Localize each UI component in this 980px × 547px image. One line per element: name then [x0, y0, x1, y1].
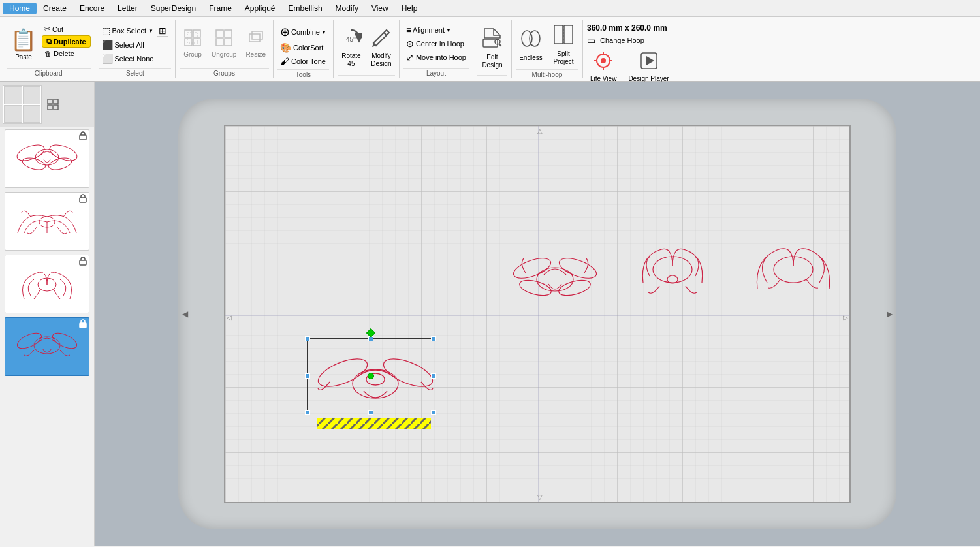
- modify-design-button[interactable]: ModifyDesign: [368, 25, 395, 70]
- menu-help[interactable]: Help: [395, 3, 424, 14]
- menu-embellish[interactable]: Embellish: [282, 3, 329, 14]
- colorsort-label: ColorSort: [293, 44, 323, 52]
- sel-handle-bl[interactable]: [305, 410, 310, 415]
- life-view-button[interactable]: Life View: [587, 48, 620, 85]
- svg-point-22: [601, 58, 606, 63]
- thumb-icon-1: [43, 85, 63, 124]
- svg-point-44: [15, 330, 44, 351]
- change-hoop-button[interactable]: Change Hoop: [597, 35, 647, 46]
- hoop-scroll-left[interactable]: ◀: [182, 309, 188, 319]
- cut-label: Cut: [52, 25, 63, 33]
- menu-superdesign[interactable]: SuperDesign: [144, 3, 202, 14]
- sel-handle-bm[interactable]: [368, 410, 373, 415]
- resize-button[interactable]: Resize: [242, 27, 269, 61]
- menu-view[interactable]: View: [365, 3, 395, 14]
- sel-handle-tr[interactable]: [431, 336, 436, 341]
- design-3-canvas: [748, 230, 839, 315]
- select-group-label: Select: [99, 68, 172, 77]
- ribbon-group-tools: ⊕ Combine ▼ 🎨 ColorSort 🖌 Color Tone Too…: [274, 20, 334, 78]
- menu-applique[interactable]: Appliqué: [238, 3, 282, 14]
- paste-label: Paste: [15, 54, 32, 61]
- svg-rect-9: [249, 34, 260, 42]
- rotate45-button[interactable]: 45° Rotate45: [338, 25, 365, 70]
- edit-design-button[interactable]: EditDesign: [477, 24, 507, 71]
- colorsort-icon: 🎨: [280, 42, 291, 53]
- menu-create[interactable]: Create: [37, 3, 73, 14]
- svg-rect-4: [187, 33, 198, 43]
- delete-icon: 🗑: [44, 50, 52, 57]
- select-none-button[interactable]: ⬜ Select None: [99, 52, 157, 65]
- sel-handle-center[interactable]: [368, 373, 374, 379]
- svg-line-15: [499, 44, 501, 46]
- split-project-button[interactable]: SplitProject: [548, 21, 578, 68]
- alignment-button[interactable]: ≡ Alignment ▼: [403, 23, 454, 37]
- box-select-extra-icon[interactable]: ⊞: [157, 25, 168, 37]
- grid-thumb-2x2[interactable]: [3, 85, 42, 124]
- delete-label: Delete: [54, 50, 74, 57]
- svg-point-43: [34, 337, 60, 354]
- box-select-button[interactable]: ⬚ Box Select ▼ ⊞: [99, 23, 172, 38]
- svg-rect-29: [48, 99, 52, 104]
- color-tone-button[interactable]: 🖌 Color Tone: [277, 55, 328, 68]
- svg-rect-10: [252, 31, 262, 39]
- selection-box: [307, 338, 434, 413]
- modify-design-icon: [371, 27, 392, 51]
- thumb-lock-icon-3: [78, 257, 87, 267]
- endless-button[interactable]: Endless: [516, 25, 546, 64]
- resize-label: Resize: [245, 51, 266, 59]
- sel-handle-ml[interactable]: [305, 373, 310, 379]
- hoop-scroll-right[interactable]: ▶: [887, 309, 893, 319]
- combine-button[interactable]: ⊕ Combine ▼: [277, 23, 329, 40]
- delete-button[interactable]: 🗑 Delete: [42, 48, 91, 59]
- svg-rect-32: [54, 105, 58, 110]
- menu-frame[interactable]: Frame: [202, 3, 238, 14]
- sel-handle-mr[interactable]: [431, 373, 436, 379]
- paste-button[interactable]: 📋 Paste: [7, 21, 40, 67]
- cut-icon: ✂: [44, 25, 50, 33]
- endless-icon: [519, 27, 543, 53]
- duplicate-icon: ⧉: [46, 37, 52, 46]
- colorsort-button[interactable]: 🎨 ColorSort: [277, 41, 326, 54]
- sel-handle-br[interactable]: [431, 410, 436, 415]
- design-thumb-3[interactable]: [5, 255, 89, 313]
- move-into-hoop-button[interactable]: ⤢ Move into Hoop: [403, 51, 469, 64]
- design-2-canvas: [630, 230, 715, 315]
- canvas-area[interactable]: ◁ ▷ △ ▽ ◀ ▶: [95, 82, 980, 546]
- center-in-hoop-button[interactable]: ⊙ Center in Hoop: [403, 37, 467, 50]
- design-player-button[interactable]: Design Player: [625, 48, 672, 85]
- svg-rect-8: [225, 39, 232, 46]
- cut-button[interactable]: ✂ Cut: [42, 23, 91, 35]
- group-button[interactable]: Group: [180, 27, 206, 61]
- menu-letter[interactable]: Letter: [111, 3, 144, 14]
- edit-design-group-label: [477, 75, 507, 77]
- design-thumb-2[interactable]: [5, 192, 89, 251]
- design-thumb-1[interactable]: [5, 129, 89, 188]
- center-in-hoop-label: Center in Hoop: [416, 40, 464, 48]
- main-area: ◁ ▷ △ ▽ ◀ ▶: [0, 82, 980, 546]
- group-label: Group: [183, 51, 202, 59]
- select-none-label: Select None: [115, 55, 154, 63]
- svg-point-55: [557, 277, 592, 298]
- svg-rect-5: [216, 30, 223, 37]
- svg-rect-38: [80, 135, 86, 140]
- menu-modify[interactable]: Modify: [329, 3, 365, 14]
- design-thumb-4[interactable]: [5, 317, 89, 376]
- left-panel: [0, 82, 95, 546]
- ungroup-button[interactable]: Ungroup: [208, 27, 240, 61]
- scroll-bottom-indicator: ▽: [537, 493, 543, 501]
- move-into-hoop-label: Move into Hoop: [416, 54, 466, 61]
- select-all-button[interactable]: ⬛ Select All: [99, 39, 147, 52]
- hoop-inner-canvas[interactable]: ◁ ▷ △ ▽: [224, 125, 851, 503]
- menu-home[interactable]: Home: [3, 3, 37, 14]
- menu-encore[interactable]: Encore: [73, 3, 111, 14]
- ungroup-icon: [215, 29, 233, 50]
- life-view-icon: [593, 50, 614, 74]
- layout-group-label: Layout: [403, 68, 469, 77]
- select-all-icon: ⬛: [102, 40, 113, 50]
- alignment-icon: ≡: [406, 25, 411, 35]
- ribbon-group-select: ⬚ Box Select ▼ ⊞ ⬛ Select All ⬜ Select N…: [95, 20, 176, 78]
- split-project-icon: [552, 23, 575, 49]
- combine-label: Combine: [291, 28, 320, 36]
- duplicate-button[interactable]: ⧉ Duplicate: [42, 35, 91, 48]
- sel-handle-tl[interactable]: [305, 336, 310, 341]
